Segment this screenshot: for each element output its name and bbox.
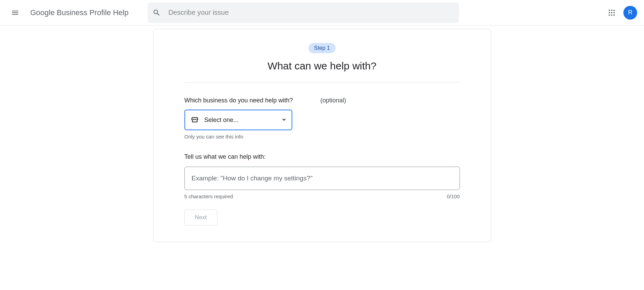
svg-point-7 [611, 12, 612, 13]
help-card: Step 1 What can we help with? Which busi… [153, 29, 491, 242]
avatar-letter: R [628, 9, 633, 16]
svg-point-9 [609, 14, 610, 16]
account-avatar[interactable]: R [623, 6, 637, 20]
hamburger-icon [11, 9, 19, 17]
next-button[interactable]: Next [184, 210, 217, 225]
svg-point-5 [613, 10, 615, 11]
header-right: R [605, 6, 637, 20]
menu-button[interactable] [7, 4, 23, 21]
svg-point-8 [613, 12, 615, 13]
business-label-row: Which business do you need help with? (o… [184, 97, 460, 104]
svg-rect-0 [12, 11, 18, 11]
svg-point-11 [613, 14, 615, 16]
privacy-hint: Only you can see this info [184, 134, 460, 140]
business-select[interactable]: Select one... [184, 110, 292, 130]
search-icon [152, 9, 161, 17]
divider [184, 82, 460, 82]
svg-rect-1 [12, 12, 18, 13]
svg-point-4 [611, 10, 612, 11]
header-bar: Google Business Profile Help R [0, 0, 644, 25]
apps-icon [608, 9, 615, 16]
select-value: Select one... [204, 116, 282, 124]
min-chars-hint: 5 characters required [184, 193, 233, 199]
issue-label: Tell us what we can help with: [184, 153, 460, 160]
svg-rect-2 [12, 14, 18, 15]
search-box[interactable] [148, 2, 459, 23]
storefront-icon [191, 116, 199, 124]
svg-point-3 [609, 10, 610, 11]
input-footer: 5 characters required 0/100 [184, 193, 460, 199]
search-input[interactable] [168, 9, 454, 16]
apps-button[interactable] [605, 6, 619, 20]
business-label: Which business do you need help with? [184, 97, 293, 104]
issue-input[interactable] [184, 167, 460, 190]
page-title: Google Business Profile Help [30, 8, 128, 17]
step-badge: Step 1 [308, 43, 335, 53]
dropdown-icon [282, 118, 286, 122]
char-count: 0/100 [447, 193, 460, 199]
optional-label: (optional) [320, 97, 346, 104]
svg-point-6 [609, 12, 610, 13]
card-title: What can we help with? [184, 60, 460, 72]
svg-point-10 [611, 14, 612, 16]
